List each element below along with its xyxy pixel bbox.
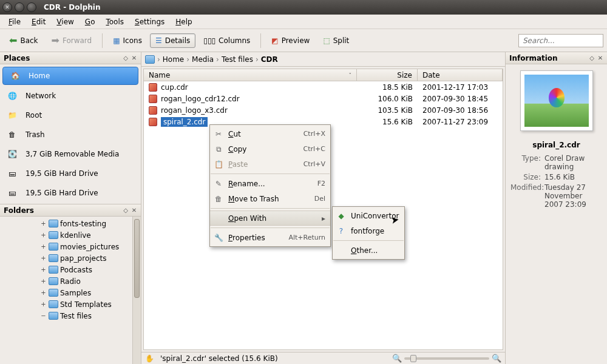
panel-close-button[interactable]: ✕ (597, 55, 603, 61)
breadcrumb-item[interactable]: Media (192, 55, 214, 64)
tree-expander-icon[interactable]: + (40, 243, 47, 250)
view-icons-button[interactable]: ▦ Icons (107, 33, 148, 48)
preview-button[interactable]: ◩ Preview (266, 33, 315, 48)
menu-file[interactable]: File (4, 16, 25, 28)
file-date: 2007-09-30 18:45 (418, 95, 503, 103)
tree-expander-icon[interactable]: + (40, 232, 47, 238)
ctx-copy[interactable]: ⧉CopyCtrl+C (210, 141, 330, 157)
icons-view-icon: ▦ (113, 36, 120, 45)
folder-icon (49, 254, 58, 262)
ctx-properties[interactable]: 🔧PropertiesAlt+Return (210, 230, 330, 245)
panel-close-button[interactable]: ✕ (131, 55, 137, 61)
tree-item[interactable]: +pap_projects (4, 252, 141, 264)
place-label: 19,5 GiB Hard Drive (25, 169, 98, 178)
split-button[interactable]: ⬚ Split (317, 33, 354, 48)
folder-icon (49, 300, 58, 308)
preview-label: Preview (282, 36, 310, 45)
search-input[interactable] (518, 34, 603, 47)
column-header-name[interactable]: Name˅ (144, 69, 357, 81)
breadcrumb-item[interactable]: Home (163, 55, 184, 64)
view-details-button[interactable]: ☰ Details (150, 33, 195, 48)
chevron-right-icon: › (157, 55, 160, 64)
tree-item[interactable]: +Podcasts (4, 264, 141, 275)
forward-label: Forward (63, 36, 92, 45)
menu-go[interactable]: Go (80, 16, 100, 28)
tree-expander-icon[interactable]: + (40, 289, 47, 296)
tree-item[interactable]: +fonts-testing (4, 218, 141, 229)
tree-label: Test files (60, 312, 92, 320)
window-maximize-button[interactable] (27, 2, 36, 12)
ctx-open-with[interactable]: Open With▸ (210, 211, 330, 226)
folder-icon (49, 220, 58, 228)
view-columns-button[interactable]: ▯▯▯ Columns (198, 33, 256, 48)
file-size: 18.5 KiB (357, 83, 418, 92)
menu-edit[interactable]: Edit (27, 16, 50, 28)
tree-expander-icon[interactable]: + (40, 255, 47, 261)
file-row[interactable]: rogan_logo_x3.cdr103.5 KiB2007-09-30 18:… (144, 104, 503, 116)
file-list-header: Name˅ Size Date (144, 69, 503, 81)
tree-label: fonts-testing (60, 220, 106, 228)
info-value: 15.6 KiB (544, 173, 602, 181)
removable-icon: 💽 (5, 147, 19, 161)
tree-item[interactable]: +Radio (4, 275, 141, 287)
tree-item[interactable]: −Test files (4, 310, 141, 322)
properties-icon: 🔧 (214, 233, 223, 243)
ctx-fontforge[interactable]: ?fontforge (333, 223, 404, 238)
zoom-out-icon[interactable]: 🔍 (392, 354, 402, 363)
tree-item[interactable]: +movies_pictures (4, 241, 141, 252)
column-header-date[interactable]: Date (418, 69, 503, 81)
details-view-icon: ☰ (155, 36, 162, 45)
ctx-other[interactable]: Other... (333, 243, 404, 258)
chevron-right-icon: ▸ (322, 214, 325, 223)
window-close-button[interactable]: ✕ (2, 2, 12, 12)
panel-float-button[interactable]: ◇ (589, 55, 595, 61)
tree-expander-icon[interactable]: − (40, 312, 47, 319)
rename-icon: ✎ (214, 179, 223, 189)
ctx-cut[interactable]: ✂CutCtrl+X (210, 126, 330, 141)
back-button[interactable]: ⬅ Back (4, 32, 44, 49)
panel-float-button[interactable]: ◇ (123, 55, 129, 61)
place-item-home[interactable]: 🏠Home (2, 67, 138, 85)
menu-view[interactable]: View (52, 16, 78, 28)
window-minimize-button[interactable] (15, 2, 24, 12)
forward-button[interactable]: ➡ Forward (46, 32, 98, 49)
trash-icon: 🗑 (214, 194, 223, 204)
ctx-uniconvertor[interactable]: ◆UniConvertor (333, 208, 404, 223)
tree-item[interactable]: +Samples (4, 287, 141, 298)
place-item-network[interactable]: 🌐Network (0, 86, 141, 106)
cdr-file-icon (149, 118, 157, 126)
tree-scrollbar[interactable] (132, 217, 141, 364)
menu-settings[interactable]: Settings (130, 16, 169, 28)
menu-tools[interactable]: Tools (101, 16, 129, 28)
tree-expander-icon[interactable]: + (40, 301, 47, 308)
menu-separator (211, 228, 330, 228)
menu-help[interactable]: Help (171, 16, 197, 28)
home-folder-icon[interactable] (145, 55, 155, 64)
file-row[interactable]: rogan_logo_cdr12.cdr106.0 KiB2007-09-30 … (144, 93, 503, 104)
tree-expander-icon[interactable]: + (40, 278, 47, 285)
tree-label: kdenlive (60, 231, 91, 240)
place-item-removable[interactable]: 💽3,7 GiB Removable Media (0, 144, 141, 164)
place-item-hdd[interactable]: 🖴19,5 GiB Hard Drive (0, 164, 141, 183)
breadcrumb-item[interactable]: Test files (222, 55, 253, 64)
place-item-hdd[interactable]: 🖴19,5 GiB Hard Drive (0, 183, 141, 203)
tree-expander-icon[interactable]: + (40, 220, 47, 227)
zoom-slider[interactable]: 🔍 🔍 (392, 354, 501, 363)
folders-panel-title: Folders ◇ ✕ (0, 204, 141, 217)
ctx-rename[interactable]: ✎Rename...F2 (210, 176, 330, 191)
tree-item[interactable]: +Std Templates (4, 298, 141, 310)
zoom-in-icon[interactable]: 🔍 (492, 354, 501, 363)
tree-expander-icon[interactable]: + (40, 266, 47, 273)
panel-float-button[interactable]: ◇ (123, 207, 129, 214)
file-row[interactable]: cup.cdr18.5 KiB2001-12-17 17:03 (144, 81, 503, 93)
place-label: 3,7 GiB Removable Media (25, 150, 119, 158)
column-header-size[interactable]: Size (357, 69, 418, 81)
chevron-right-icon: › (256, 55, 259, 64)
network-icon: 🌐 (5, 89, 19, 103)
place-item-trash[interactable]: 🗑Trash (0, 125, 141, 144)
tree-item[interactable]: +kdenlive (4, 229, 141, 241)
panel-close-button[interactable]: ✕ (131, 207, 137, 214)
place-item-root[interactable]: 📁Root (0, 106, 141, 125)
ctx-move-to-trash[interactable]: 🗑Move to TrashDel (210, 191, 330, 206)
back-label: Back (20, 36, 38, 45)
